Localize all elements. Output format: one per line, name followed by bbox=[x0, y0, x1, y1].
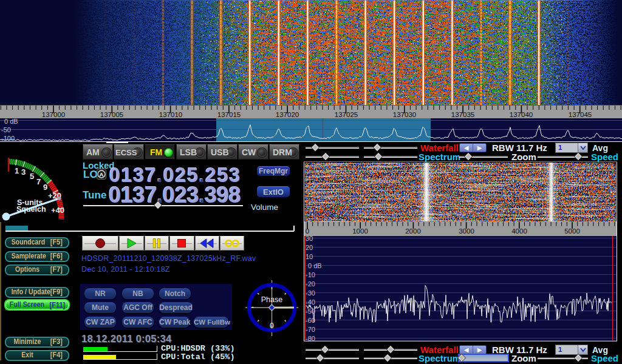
svg-text:20: 20 bbox=[306, 244, 313, 251]
svg-text:7: 7 bbox=[36, 177, 41, 186]
svg-text:+40: +40 bbox=[51, 206, 64, 215]
svg-text:-30: -30 bbox=[306, 289, 315, 297]
svg-text:2000: 2000 bbox=[405, 228, 421, 235]
svg-text:1000: 1000 bbox=[352, 228, 368, 235]
svg-text:3: 3 bbox=[21, 167, 26, 177]
svg-text:10: 10 bbox=[306, 253, 313, 260]
svg-text:0: 0 bbox=[306, 228, 309, 235]
svg-text:1: 1 bbox=[15, 166, 19, 175]
svg-text:5: 5 bbox=[30, 172, 34, 181]
svg-text:-50: -50 bbox=[306, 308, 315, 315]
svg-text:0: 0 bbox=[270, 322, 274, 330]
svg-text:3000: 3000 bbox=[459, 228, 474, 235]
svg-text:-60: -60 bbox=[306, 317, 315, 324]
svg-text:-70: -70 bbox=[306, 326, 315, 333]
svg-text:5000: 5000 bbox=[564, 228, 580, 235]
svg-text:30: 30 bbox=[306, 235, 313, 242]
svg-text:0 dB: 0 dB bbox=[308, 262, 322, 269]
svg-text:A: A bbox=[100, 170, 104, 177]
svg-text:-40: -40 bbox=[306, 298, 315, 306]
svg-text:4000: 4000 bbox=[511, 228, 527, 235]
svg-text:-20: -20 bbox=[306, 280, 315, 288]
svg-text:Phase: Phase bbox=[261, 295, 282, 304]
svg-text:-10: -10 bbox=[306, 271, 315, 278]
svg-text:9: 9 bbox=[43, 183, 47, 192]
